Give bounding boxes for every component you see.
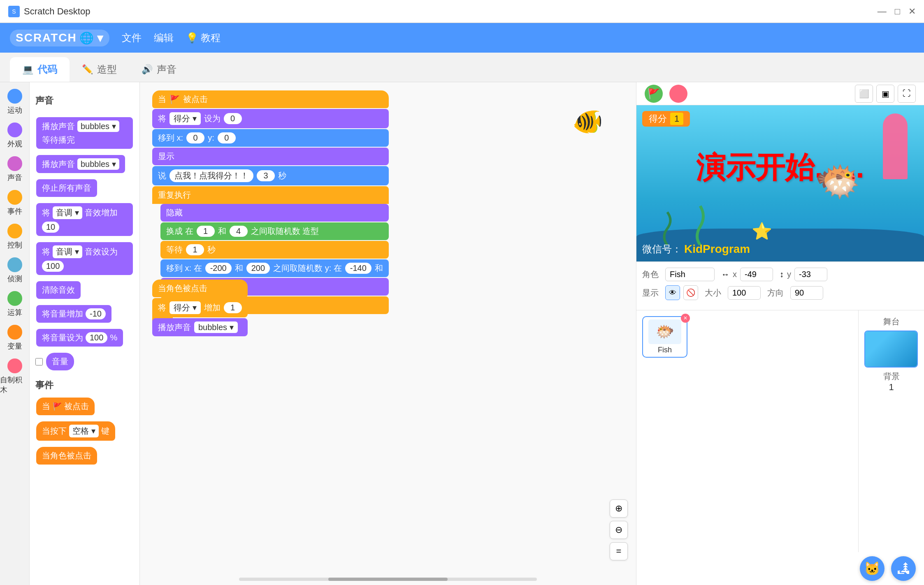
sprite-name-row: 角色 ↔ x ↕ y (642, 268, 918, 281)
hide-button[interactable]: 🚫 (683, 285, 698, 300)
seaweed-1 (657, 204, 678, 245)
costumes-tab-icon: ✏️ (82, 64, 93, 75)
cat-operators[interactable]: 运算 (7, 291, 22, 317)
sprite-name-input[interactable] (665, 268, 715, 281)
stage-controls: 🚩 ⬜ ▣ ⛶ (636, 82, 924, 105)
cat-sounds[interactable]: 声音 (7, 156, 22, 183)
scrollbar-thumb[interactable] (328, 578, 447, 581)
menubar: SCRATCH 🌐 ▾ 文件 编辑 💡 教程 (0, 23, 924, 53)
block-add-score[interactable]: 将 得分 ▾ 增加 1 (152, 298, 248, 317)
sprite-x-input[interactable] (740, 268, 773, 281)
cat-myblocks[interactable]: 自制积木 (0, 358, 29, 395)
green-flag-button[interactable]: 🚩 (645, 85, 663, 103)
stage-thumb-img (865, 331, 917, 367)
sprite-properties: 角色 ↔ x ↕ y 显示 👁 (642, 268, 918, 304)
close-button[interactable]: ✕ (908, 6, 916, 17)
cat-sensing[interactable]: 侦测 (7, 257, 22, 284)
stage-mini-panel: 舞台 背景 1 (858, 310, 924, 552)
maximize-button[interactable]: □ (895, 6, 900, 17)
visibility-buttons: 👁 🚫 (665, 285, 698, 300)
zoom-out-button[interactable]: ⊖ (610, 521, 628, 539)
cat-operators-icon (7, 291, 22, 306)
score-badge: 得分 1 (642, 111, 690, 127)
block-clear-effects[interactable]: 清除音效 (35, 279, 134, 301)
zoom-reset-button[interactable]: = (610, 542, 628, 560)
zoom-out-icon: ⊖ (615, 525, 622, 535)
cat-control[interactable]: 控制 (7, 224, 22, 250)
minimize-button[interactable]: — (878, 6, 887, 17)
add-background-button[interactable]: 🏞 (891, 556, 916, 581)
sprite-direction-input[interactable] (790, 286, 823, 300)
sprite-delete-btn[interactable]: × (681, 314, 690, 323)
add-sprite-button[interactable]: 🐱 (860, 556, 885, 581)
sprite-size-input[interactable] (728, 286, 761, 300)
fullscreen-button[interactable]: ⛶ (898, 85, 916, 103)
window-controls: — □ ✕ (878, 6, 916, 17)
block-play-sound-wait[interactable]: 播放声音 bubbles ▾ 等待播完 (35, 115, 134, 151)
sprite-x-coord: ↔ x (721, 268, 773, 281)
block-volume-set[interactable]: 将音量设为 100 % (35, 327, 134, 349)
block-switch-costume[interactable]: 换成 在 1 和 4 之间取随机数 造型 (160, 222, 389, 240)
sprite-y-input[interactable] (794, 268, 827, 281)
volume-checkbox[interactable] (35, 358, 43, 365)
globe-icon: 🌐 (79, 31, 95, 45)
block-when-flag-clicked[interactable]: 当 🚩 被点击 (152, 90, 389, 108)
event-section-title: 事件 (35, 379, 134, 391)
horizontal-scrollbar[interactable] (239, 578, 537, 581)
block-when-sprite-click[interactable]: 当角色被点击 (152, 280, 248, 297)
small-stage-button[interactable]: ⬜ (855, 85, 873, 103)
block-volume-reporter[interactable]: 音量 (35, 351, 134, 372)
block-play-sound[interactable]: 播放声音 bubbles ▾ (35, 153, 134, 175)
menu-file[interactable]: 文件 (122, 31, 142, 44)
block-hide[interactable]: 隐藏 (160, 204, 389, 222)
seaweed-2 (690, 196, 710, 245)
wechat-label: 微信号： (642, 243, 682, 256)
tab-sounds[interactable]: 🔊 声音 (129, 57, 189, 82)
stage-thumbnail[interactable] (864, 331, 918, 368)
block-repeat[interactable]: 重复执行 (152, 186, 389, 204)
tabbar: 💻 代码 ✏️ 造型 🔊 声音 (0, 53, 924, 82)
zoom-reset-icon: = (616, 546, 622, 557)
cat-events-icon (7, 190, 22, 205)
block-set-score[interactable]: 将 得分 ▾ 设为 0 (152, 109, 389, 128)
sounds-tab-icon: 🔊 (142, 64, 153, 75)
block-volume-increase[interactable]: 将音量增加 -10 (35, 303, 134, 325)
block-goto-random[interactable]: 移到 x: 在 -200 和 200 之间取随机数 y: 在 -140 和 (160, 259, 389, 277)
fish-stage-sprite[interactable]: 🐡 (815, 160, 861, 203)
tab-code[interactable]: 💻 代码 (10, 57, 70, 82)
stage-view-buttons: ⬜ ▣ ⛶ (855, 85, 916, 103)
block-effect-increase[interactable]: 将 音调 ▾ 音效增加 10 (35, 201, 134, 238)
cat-motion[interactable]: 运动 (7, 89, 22, 115)
block-say[interactable]: 说 点我！点我得分！！ 3 秒 (152, 166, 389, 185)
menu-edit[interactable]: 编辑 (154, 31, 174, 44)
cat-variables[interactable]: 变量 (7, 325, 22, 351)
block-stop-sounds[interactable]: 停止所有声音 (35, 177, 134, 199)
blocks-palette: 运动 外观 声音 事件 控制 侦测 (0, 82, 140, 585)
sprite-fish-thumb[interactable]: × 🐡 Fish (642, 316, 687, 358)
cat-looks[interactable]: 外观 (7, 123, 22, 149)
score-value: 1 (670, 113, 683, 125)
y-arrow-icon: ↕ (780, 270, 784, 279)
sprite-info-panel: 角色 ↔ x ↕ y 显示 👁 (636, 261, 924, 310)
show-button[interactable]: 👁 (665, 285, 680, 300)
cat-events[interactable]: 事件 (7, 190, 22, 216)
block-when-sprite-clicked[interactable]: 当角色被点击 (35, 445, 134, 467)
stop-button[interactable] (669, 85, 687, 103)
block-when-key[interactable]: 当按下 空格 ▾ 键 (35, 419, 134, 443)
scratch-logo[interactable]: SCRATCH 🌐 ▾ (10, 30, 109, 46)
zoom-in-button[interactable]: ⊕ (610, 499, 628, 518)
block-effect-set[interactable]: 将 音调 ▾ 音效设为 100 (35, 240, 134, 277)
menu-tutorial[interactable]: 💡 教程 (186, 31, 221, 44)
medium-stage-button[interactable]: ▣ (876, 85, 894, 103)
app-icon: S (8, 6, 20, 17)
category-panel: 运动 外观 声音 事件 控制 侦测 (0, 82, 30, 585)
block-play-bubbles[interactable]: 播放声音 bubbles ▾ (152, 318, 248, 336)
block-goto-xy[interactable]: 移到 x: 0 y: 0 (152, 129, 389, 147)
block-when-flag[interactable]: 当 🚩 被点击 (35, 395, 134, 417)
block-show[interactable]: 显示 (152, 148, 389, 165)
score-label: 得分 (649, 113, 667, 125)
bg-icon: 🏞 (897, 561, 910, 576)
block-wait-1[interactable]: 等待 1 秒 (160, 241, 389, 259)
cat-looks-icon (7, 123, 22, 137)
tab-costumes[interactable]: ✏️ 造型 (70, 57, 129, 82)
